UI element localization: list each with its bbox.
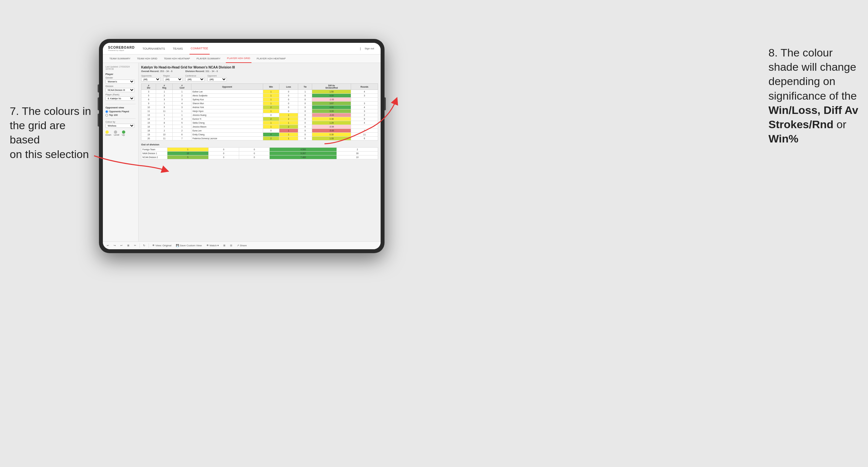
cell-tie: 0: [298, 121, 312, 125]
cell-loss: 1: [279, 133, 298, 136]
ood-table-body: Foreign Team 1 0 0 4.500 2 NAIA Division…: [142, 148, 378, 159]
undo2-button[interactable]: ↩: [119, 243, 124, 248]
cell-tie: 0: [298, 94, 312, 98]
cell-reg: 8: [156, 121, 173, 125]
cell-loss: 0: [279, 105, 298, 110]
legend-down-dot: [105, 130, 109, 134]
cell-conf: 3: [173, 98, 191, 101]
opponent-view-section: Opponent view Opponents Played Top 100: [105, 106, 136, 117]
th-win: Win: [263, 84, 279, 90]
subnav-player-h2h-grid[interactable]: PLAYER H2H GRID: [226, 55, 251, 63]
cell-loss: 2: [279, 117, 298, 121]
opponents-played-row: Opponents Played: [105, 110, 136, 113]
table-row: 16 7 1 Jessica Mason 1 2 0 -0.94: [142, 125, 378, 129]
view-original-button[interactable]: 👁 View: Original: [151, 243, 173, 248]
cell-opponent: Sharon Mun: [191, 101, 263, 105]
th-loss: Loss: [279, 84, 298, 90]
division-select[interactable]: NCAA Division III: [105, 88, 135, 92]
layout-button[interactable]: ⊞: [222, 243, 227, 248]
cell-div: 19: [142, 133, 156, 136]
cell-opponent: Federica Domecq Lacroze: [191, 136, 263, 141]
watch-icon: 👁: [206, 244, 209, 247]
cell-rounds: 2: [351, 129, 378, 133]
cell-loss: 0: [279, 94, 298, 98]
cell-reg: 2: [156, 129, 173, 133]
top100-row: Top 100: [105, 114, 136, 117]
share-button[interactable]: ↗ Share: [236, 243, 248, 248]
redo-button[interactable]: ↪: [112, 243, 117, 248]
colour-by-select[interactable]: Win/loss: [105, 124, 135, 128]
table-row: 3 1 1 Esther Lee 1 0 1 1.50 4: [142, 90, 378, 94]
volume-up-button[interactable]: [98, 97, 99, 110]
cell-loss: 1: [279, 136, 298, 141]
player-rank-select[interactable]: 8. Katelyn Vo: [105, 96, 135, 101]
cell-win: 0: [263, 113, 279, 117]
cell-win: 1: [263, 121, 279, 125]
cell-div: 16: [142, 125, 156, 129]
ood-cell-tie: 0: [239, 155, 270, 159]
legend-level-dot: [114, 130, 117, 134]
tablet-screen: SCOREBOARD Powered by clippd TOURNAMENTS…: [103, 43, 381, 249]
cell-opponent: Stella Cheng: [191, 121, 263, 125]
power-button[interactable]: [384, 97, 386, 110]
opponent-filter-select[interactable]: (All): [207, 77, 227, 82]
subnav-player-summary[interactable]: PLAYER SUMMARY: [195, 55, 222, 63]
cell-win: 0: [263, 129, 279, 133]
subnav-team-h2h-heatmap[interactable]: TEAM H2H HEATMAP: [162, 55, 191, 63]
ood-cell-rounds: 30: [337, 152, 378, 155]
cell-opponent: Andrea York: [191, 105, 263, 110]
cell-win: 1: [263, 110, 279, 113]
cell-rounds: 2: [351, 113, 378, 117]
cell-diff: 0.30: [312, 133, 351, 136]
subnav-team-summary[interactable]: TEAM SUMMARY: [108, 55, 132, 63]
nav-committee[interactable]: COMMITTEE: [189, 43, 210, 55]
cell-conf: 7: [173, 136, 191, 141]
top100-radio[interactable]: [105, 114, 108, 117]
volume-down-button[interactable]: [98, 114, 99, 127]
gender-select[interactable]: Women's: [105, 80, 135, 84]
copy-button[interactable]: ⊞: [126, 243, 131, 248]
opponents-played-radio[interactable]: [105, 110, 108, 113]
subnav-player-h2h-heatmap[interactable]: PLAYER H2H HEATMAP: [255, 55, 287, 63]
cell-tie: 1: [298, 90, 312, 94]
nav-tournaments[interactable]: TOURNAMENTS: [141, 43, 166, 55]
ood-table-row: Foreign Team 1 0 0 4.500 2: [142, 148, 378, 152]
region-filter-select[interactable]: (All): [163, 77, 183, 82]
cell-reg: 3: [156, 98, 173, 101]
nav-teams[interactable]: TEAMS: [172, 43, 184, 55]
opponents-filter-select[interactable]: (All): [141, 77, 161, 82]
ood-cell-loss: 0: [208, 148, 239, 152]
top-nav: SCOREBOARD Powered by clippd TOURNAMENTS…: [103, 43, 381, 55]
sidebar-timestamp: Last Updated: 27/03/2024 16:55:38: [105, 66, 136, 70]
colour-by-section: Colour by Win/loss: [105, 121, 136, 129]
toolbar-sep-1: [140, 243, 140, 248]
sign-out-button[interactable]: Sign out: [364, 46, 375, 51]
cell-conf: 1: [173, 113, 191, 117]
division-label: Division: [105, 85, 136, 87]
undo-button[interactable]: ↩: [105, 243, 110, 248]
table-button[interactable]: ⊟: [229, 243, 234, 248]
main-content: Last Updated: 27/03/2024 16:55:38 Player…: [103, 63, 381, 242]
watch-button[interactable]: 👁 Watch ▾: [205, 243, 220, 248]
save-custom-button[interactable]: 💾 Save Custom View: [175, 243, 203, 248]
cell-diff: 1.29: [312, 121, 351, 125]
cell-div: 5: [142, 94, 156, 98]
cell-tie: 0: [298, 98, 312, 101]
opponent-view-label: Opponent view: [105, 106, 136, 109]
cell-diff: 1.50: [312, 90, 351, 94]
table-row: 18 2 2 Euna Lee 0 1 0 -5.00 2: [142, 129, 378, 133]
volume-mute-button[interactable]: [98, 84, 99, 93]
main-data-table: #Div #Reg #Conf Opponent Win Loss Tie Di…: [141, 84, 378, 141]
cell-conf: 3: [173, 105, 191, 110]
cell-div: 10: [142, 105, 156, 110]
opponents-played-label: Opponents Played: [109, 110, 129, 113]
cell-diff: 4.00: [312, 94, 351, 98]
conference-filter-select[interactable]: (All): [185, 77, 205, 82]
refresh-button[interactable]: ↻: [142, 243, 147, 248]
legend-row: Down Level Up: [105, 130, 136, 136]
subnav-team-h2h-grid[interactable]: TEAM H2H GRID: [136, 55, 159, 63]
grid-records: Overall Record: 353 - 34 - 6 Division Re…: [141, 70, 378, 73]
cell-tie: 0: [298, 105, 312, 110]
cut-button[interactable]: ✂: [133, 243, 137, 248]
ood-table-row: NAIA Division 1 15 0 0 9.267 30: [142, 152, 378, 155]
